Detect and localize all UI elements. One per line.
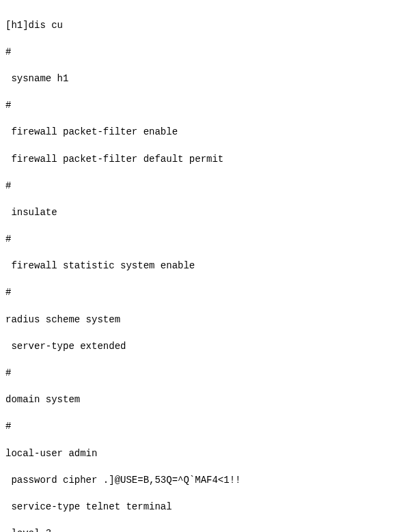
terminal-line: #	[5, 367, 405, 380]
terminal-line: domain system	[5, 393, 405, 407]
terminal-line: firewall packet-filter default permit	[5, 153, 405, 167]
terminal-line: firewall packet-filter enable	[5, 126, 405, 139]
terminal-line: #	[5, 233, 405, 247]
terminal-line: firewall statistic system enable	[5, 260, 405, 273]
terminal-line: server-type extended	[5, 340, 405, 354]
terminal-line: #	[5, 46, 405, 59]
terminal-line: service-type telnet terminal	[5, 501, 405, 514]
terminal-line: #	[5, 286, 405, 300]
terminal-line: radius scheme system	[5, 313, 405, 327]
terminal-line: local-user admin	[5, 447, 405, 461]
terminal-line: #	[5, 420, 405, 434]
terminal-line: sysname h1	[5, 72, 405, 86]
terminal-line: #	[5, 180, 405, 193]
terminal-line: password cipher .]@USE=B,53Q=^Q`MAF4<1!!	[5, 474, 405, 488]
terminal-line: #	[5, 99, 405, 113]
terminal-line: [h1]dis cu	[5, 19, 405, 33]
terminal-output: [h1]dis cu # sysname h1 # firewall packe…	[5, 5, 405, 532]
terminal-line: insulate	[5, 206, 405, 220]
terminal-line: level 3	[5, 527, 405, 532]
